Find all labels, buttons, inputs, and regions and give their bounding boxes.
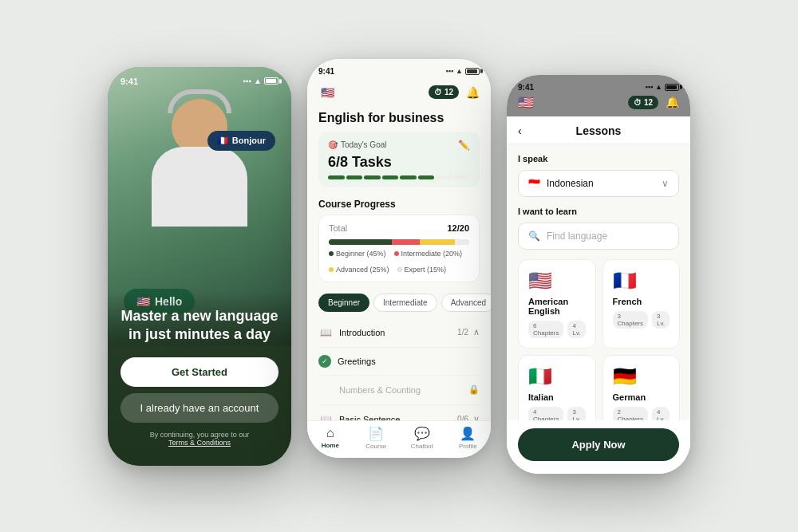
lang-card-german[interactable]: 🇩🇪 German 2 Chapters 4 Lv.: [602, 355, 681, 420]
bar-1: [328, 175, 345, 179]
us-flag-nav: 🇺🇸: [318, 84, 336, 101]
lang-card-french[interactable]: 🇫🇷 French 3 Chapters 3 Lv.: [602, 259, 681, 349]
nav-course[interactable]: 📄 Course: [354, 426, 400, 450]
french-chapters: 3 Chapters: [613, 311, 648, 329]
bottom-nav: ⌂ Home 📄 Course 💬 Chatbot 👤 Profile: [307, 420, 491, 458]
check-icon-greetings: ✓: [318, 355, 331, 368]
lock-icon-numbers: 🔒: [468, 384, 480, 395]
nav-home[interactable]: ⌂ Home: [307, 426, 354, 450]
nav-chatbot[interactable]: 💬 Chatbot: [399, 426, 445, 450]
language-grid: 🇺🇸 American English 6 Chapters 4 Lv. 🇫🇷 …: [518, 259, 679, 420]
terms-link[interactable]: Terms & Conditions: [168, 439, 231, 447]
advanced-legend: Advanced (25%): [336, 266, 389, 274]
lang-card-english[interactable]: 🇺🇸 American English 6 Chapters 4 Lv.: [518, 259, 596, 349]
course-progress-card: Total 12/20 Beginner (45%) Intermediate …: [318, 215, 480, 282]
lesson-item-greetings[interactable]: ✓ Greetings: [318, 348, 480, 376]
signal-icon-1: ▪▪▪: [243, 77, 251, 85]
italian-levels: 3 Lv.: [567, 407, 585, 420]
lessons-header-bg: 9:41 ▪▪▪ ▲ 🇺🇸 ⏱ 12 🔔: [507, 75, 690, 116]
notification-group: ⏱ 12 🔔: [429, 85, 480, 100]
battery-icon-3: [665, 84, 679, 91]
bonjour-text: Bonjour: [232, 136, 266, 145]
time-1: 9:41: [120, 77, 138, 86]
english-name: American English: [528, 297, 586, 316]
lesson-count-1: 1/2: [457, 328, 468, 337]
nav-profile[interactable]: 👤 Profile: [445, 426, 492, 450]
lesson-nav-header: 🇺🇸 ⏱ 12 🔔: [518, 95, 679, 110]
expert-legend: Expert (15%): [405, 266, 447, 274]
lang-card-italian[interactable]: 🇮🇹 Italian 4 Chapters 3 Lv.: [518, 355, 596, 420]
lesson-list: 📖 Introduction 1/2 ∧ ✓ Greetings: [307, 318, 491, 420]
tab-intermediate[interactable]: Intermediate: [373, 294, 437, 312]
status-icons-1: ▪▪▪ ▲: [243, 77, 279, 85]
phone-welcome: 9:41 ▪▪▪ ▲ 🇫🇷 Bonjour: [108, 67, 291, 466]
signal-icon-3: ▪▪▪: [646, 83, 654, 91]
status-bar-3: 9:41 ▪▪▪ ▲: [518, 83, 679, 92]
get-started-button[interactable]: Get Started: [120, 357, 279, 387]
german-chapters: 2 Chapters: [613, 407, 648, 420]
main-container: 9:41 ▪▪▪ ▲ 🇫🇷 Bonjour: [84, 35, 714, 498]
tab-beginner[interactable]: Beginner: [318, 294, 369, 312]
home-icon: ⌂: [326, 426, 334, 440]
find-language-input[interactable]: 🔍 Find language: [518, 223, 679, 250]
german-flag-icon: 🇩🇪: [613, 365, 670, 388]
speak-section: I speak 🇮🇩 Indonesian ∨: [518, 154, 679, 197]
timer-value: 12: [444, 88, 453, 97]
lesson-item-numbers: Numbers & Counting 🔒: [318, 376, 480, 405]
italian-flag-icon: 🇮🇹: [528, 365, 586, 388]
notification-icon-3[interactable]: 🔔: [665, 95, 679, 109]
selected-language: Indonesian: [547, 178, 594, 189]
lesson-item-introduction[interactable]: 📖 Introduction 1/2 ∧: [318, 318, 480, 348]
france-flag-icon: 🇫🇷: [217, 136, 228, 146]
learn-section: I want to learn 🔍 Find language: [518, 207, 679, 250]
speak-label: I speak: [518, 154, 679, 164]
lessons-title-bar: ‹ Lessons: [507, 116, 690, 144]
timer-badge: ⏱ 12: [429, 85, 459, 99]
lesson-item-basic[interactable]: 📖 Basic Sentence 0/6 ∨: [318, 405, 480, 420]
timer-icon: ⏱: [434, 88, 442, 97]
notification-icon[interactable]: 🔔: [465, 85, 480, 100]
timer-badge-3: ⏱ 12: [628, 96, 658, 109]
total-value: 12/20: [447, 223, 469, 233]
lessons-body: I speak 🇮🇩 Indonesian ∨ I want to learn …: [507, 144, 690, 420]
battery-icon-2: [465, 68, 480, 75]
learn-label: I want to learn: [518, 207, 679, 216]
french-flag-icon: 🇫🇷: [613, 270, 670, 292]
edit-icon[interactable]: ✏️: [458, 140, 470, 151]
goal-label: 🎯 Today's Goal: [328, 140, 387, 149]
timer-value-3: 12: [644, 98, 653, 107]
expand-icon-1: ∧: [473, 327, 480, 337]
bar-3: [364, 175, 381, 179]
tab-advanced[interactable]: Advanced: [441, 294, 491, 312]
signal-icon-2: ▪▪▪: [446, 67, 454, 75]
english-levels: 4 Lv.: [567, 321, 585, 338]
goal-progress-bars: [328, 175, 470, 179]
language-dropdown[interactable]: 🇮🇩 Indonesian ∨: [518, 170, 679, 197]
nav-course-label: Course: [365, 443, 386, 450]
bar-7: [436, 175, 452, 179]
status-icons-2: ▪▪▪ ▲: [446, 67, 480, 75]
course-icon: 📄: [368, 426, 384, 441]
apply-now-button[interactable]: Apply Now: [518, 428, 679, 461]
course-screen-title: English for business: [307, 108, 491, 132]
tagline: Master a new language in just minutes a …: [120, 307, 279, 345]
chevron-down-icon: ∨: [662, 178, 669, 189]
english-flag-icon: 🇺🇸: [528, 270, 586, 292]
goal-card: 🎯 Today's Goal ✏️ 6/8 Tasks: [318, 132, 480, 187]
course-nav-header: 🇺🇸 ⏱ 12 🔔: [307, 79, 491, 108]
back-button[interactable]: ‹: [518, 124, 522, 137]
german-name: German: [613, 392, 670, 402]
time-3: 9:41: [518, 83, 534, 92]
have-account-button[interactable]: I already have an account: [120, 393, 279, 423]
goal-icon: 🎯: [328, 140, 338, 149]
bar-6: [418, 175, 435, 179]
beginner-legend: Beginner (45%): [336, 250, 386, 258]
lesson-name-basic: Basic Sentence: [339, 415, 400, 420]
wifi-icon-3: ▲: [655, 83, 662, 91]
wifi-icon-1: ▲: [254, 77, 262, 85]
phone-lessons: 9:41 ▪▪▪ ▲ 🇺🇸 ⏱ 12 🔔: [507, 75, 690, 474]
status-bar-1: 9:41 ▪▪▪ ▲: [108, 67, 291, 86]
wifi-icon-2: ▲: [456, 67, 463, 75]
search-icon-find: 🔍: [528, 231, 540, 242]
time-2: 9:41: [318, 67, 334, 76]
